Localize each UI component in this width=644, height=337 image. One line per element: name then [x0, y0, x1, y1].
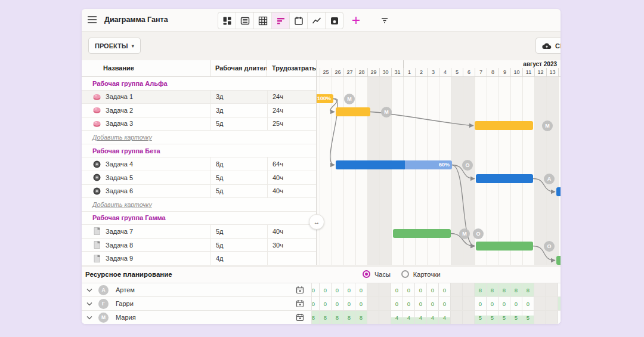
- resource-section-title: Ресурсное планирование: [85, 271, 172, 278]
- hours-cell: 0: [355, 297, 367, 310]
- hours-cell: 0: [312, 283, 319, 296]
- day-header-cell: 11: [522, 68, 534, 76]
- weekend-cell: [462, 311, 474, 324]
- view-chart-button[interactable]: [307, 13, 325, 29]
- hours-cell: 0: [426, 297, 438, 310]
- macaron-task-icon: [92, 106, 101, 115]
- radio-cards[interactable]: Карточки: [401, 270, 441, 278]
- cloud-icon: [542, 42, 552, 50]
- task-name: Задача 4: [106, 160, 133, 168]
- day-header-cell: 29: [367, 68, 379, 76]
- export-button[interactable]: СК: [535, 38, 561, 54]
- table-row[interactable]: Задача 13д24ч: [82, 91, 316, 104]
- chevron-down-icon[interactable]: [86, 316, 92, 320]
- weekend-cell: [367, 297, 379, 310]
- gantt-bar[interactable]: [475, 121, 533, 130]
- view-calendar-button[interactable]: [289, 13, 307, 29]
- hours-cell: 0: [343, 297, 355, 310]
- group-row[interactable]: Рабочая группа Гамма: [82, 212, 316, 225]
- hours-cell: 8: [474, 283, 486, 296]
- panel-resize-handle[interactable]: ↔: [309, 214, 324, 230]
- day-header-cell: 30: [379, 68, 391, 76]
- hours-cell: 0: [522, 297, 534, 310]
- view-grid-button[interactable]: [253, 13, 271, 29]
- table-row[interactable]: Задача 75д40ч: [82, 225, 316, 239]
- hours-cell: 8: [510, 283, 522, 296]
- hours-cell: 4: [438, 311, 450, 324]
- resource-mode-radios: Часы Карточки: [363, 270, 441, 278]
- add-card-row[interactable]: Добавить карточку: [82, 131, 316, 144]
- add-card-row[interactable]: Добавить карточку: [82, 198, 316, 212]
- add-card-link[interactable]: Добавить карточку: [82, 201, 152, 208]
- assignee-avatar: А: [544, 174, 555, 184]
- radio-hours[interactable]: Часы: [363, 270, 391, 278]
- weekend-cell: [379, 311, 391, 324]
- task-name: Задача 5: [106, 174, 133, 181]
- task-name-cell: Задача 1: [82, 92, 210, 101]
- view-gantt-button[interactable]: [271, 13, 289, 29]
- table-row[interactable]: Задача 23д24ч: [82, 104, 316, 118]
- resource-info: ААртем: [82, 283, 312, 296]
- group-row[interactable]: Рабочая группа Альфа: [82, 77, 316, 91]
- calendar-settings-icon[interactable]: [296, 313, 304, 324]
- hours-cell: 4: [414, 311, 426, 324]
- chevron-down-icon: ▾: [131, 43, 134, 49]
- hamburger-menu-icon[interactable]: [86, 15, 100, 26]
- add-button[interactable]: [349, 13, 363, 27]
- page-task-icon: [92, 254, 101, 263]
- month-label: август 2023: [510, 60, 557, 68]
- table-row[interactable]: Задача 35д25ч: [82, 118, 316, 131]
- gantt-chart: август 2023 2425262728293031123456789101…: [316, 60, 561, 265]
- resource-info: ГГарри: [82, 297, 312, 310]
- hours-cell: 0: [312, 297, 319, 310]
- weekend-cell: [379, 297, 391, 310]
- hours-cell: 5: [474, 311, 486, 324]
- gantt-bar[interactable]: [476, 242, 533, 251]
- gantt-bar[interactable]: 100%: [316, 94, 333, 103]
- resource-row[interactable]: ААртем0000000000888880: [82, 283, 561, 297]
- group-row[interactable]: Рабочая группа Бета: [82, 144, 316, 158]
- view-list-button[interactable]: [236, 13, 253, 29]
- resource-hours-grid: 0000000000888880: [312, 283, 561, 296]
- task-name: Задача 3: [106, 120, 133, 127]
- table-row[interactable]: Задача 94д: [82, 252, 316, 265]
- gantt-bar[interactable]: [556, 187, 561, 196]
- gantt-bar[interactable]: [476, 174, 533, 183]
- assignee-avatar: О: [462, 160, 473, 171]
- view-dashboard-button[interactable]: [218, 13, 236, 29]
- column-header-duration[interactable]: Рабочая длител...: [210, 60, 267, 76]
- hours-cell: 5: [522, 311, 534, 324]
- gantt-bar[interactable]: [336, 107, 370, 116]
- table-row[interactable]: Задача 48д64ч: [82, 157, 316, 171]
- table-row[interactable]: Задача 55д40ч: [82, 171, 316, 185]
- view-cards-button[interactable]: [325, 13, 343, 29]
- chevron-down-icon[interactable]: [86, 302, 92, 306]
- column-header-name[interactable]: Название: [82, 60, 210, 76]
- resource-planning-section: Ресурсное планирование Часы Карточки ААр…: [82, 267, 561, 324]
- resource-row[interactable]: ГГарри0000000000000008: [82, 297, 561, 311]
- table-row[interactable]: Задача 65д40ч: [82, 185, 316, 199]
- calendar-settings-icon[interactable]: [296, 286, 304, 296]
- task-name: Задача 2: [106, 107, 133, 114]
- gantt-bar[interactable]: 60%: [336, 160, 452, 169]
- column-header-effort[interactable]: Трудозатраты: [267, 60, 316, 76]
- day-header-cell: 31: [391, 68, 403, 76]
- list-icon: [240, 16, 250, 26]
- day-header-cell: 4: [439, 68, 451, 76]
- filter-button[interactable]: [377, 13, 392, 27]
- weekend-cell: [367, 283, 379, 296]
- gantt-bar[interactable]: [393, 229, 451, 238]
- chevron-down-icon[interactable]: [86, 288, 92, 292]
- gantt-bar[interactable]: [556, 256, 561, 265]
- resource-row[interactable]: ММария8888844444555550: [82, 311, 561, 324]
- day-header-cell: 2: [415, 68, 427, 76]
- day-header-cell: 3: [427, 68, 439, 76]
- projects-dropdown[interactable]: ПРОЕКТЫ ▾: [88, 38, 141, 54]
- add-card-link[interactable]: Добавить карточку: [82, 134, 152, 141]
- table-row[interactable]: Задача 85д30ч: [82, 239, 316, 252]
- hours-cell: 0: [331, 297, 343, 310]
- hours-cell: 5: [510, 311, 522, 324]
- calendar-settings-icon[interactable]: [296, 299, 304, 310]
- trend-chart-icon: [312, 16, 321, 26]
- weekend-cell: [367, 311, 379, 324]
